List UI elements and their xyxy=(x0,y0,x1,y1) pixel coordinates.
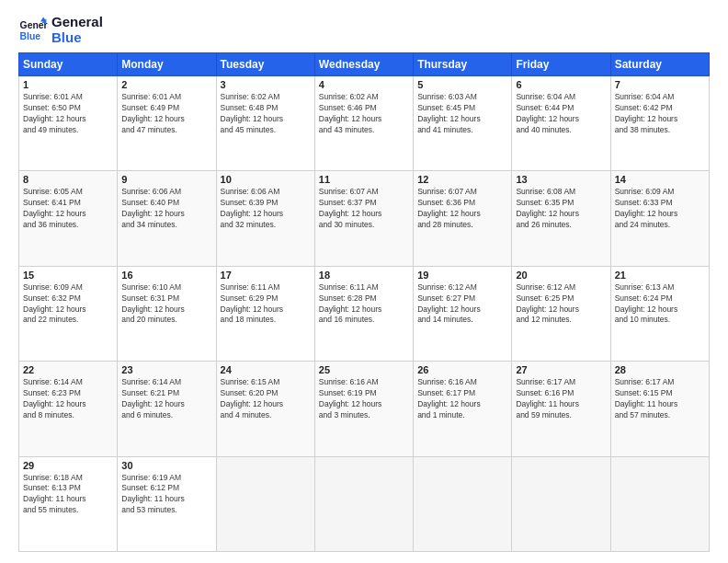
week-row-5: 29Sunrise: 6:18 AMSunset: 6:13 PMDayligh… xyxy=(19,456,710,551)
day-number: 4 xyxy=(319,79,409,90)
day-info: Sunrise: 6:08 AMSunset: 6:35 PMDaylight:… xyxy=(516,187,606,231)
calendar-cell: 2Sunrise: 6:01 AMSunset: 6:49 PMDaylight… xyxy=(118,76,216,171)
calendar-cell: 29Sunrise: 6:18 AMSunset: 6:13 PMDayligh… xyxy=(19,456,118,551)
day-info: Sunrise: 6:12 AMSunset: 6:25 PMDaylight:… xyxy=(516,282,606,327)
day-info: Sunrise: 6:04 AMSunset: 6:44 PMDaylight:… xyxy=(516,92,606,136)
day-info: Sunrise: 6:19 AMSunset: 6:12 PMDaylight:… xyxy=(121,473,211,517)
day-info: Sunrise: 6:15 AMSunset: 6:20 PMDaylight:… xyxy=(221,377,311,421)
calendar-cell: 12Sunrise: 6:07 AMSunset: 6:36 PMDayligh… xyxy=(414,171,512,266)
day-info: Sunrise: 6:01 AMSunset: 6:50 PMDaylight:… xyxy=(23,92,113,136)
calendar-cell: 9Sunrise: 6:06 AMSunset: 6:40 PMDaylight… xyxy=(118,171,216,266)
day-number: 13 xyxy=(516,174,606,185)
day-number: 1 xyxy=(23,79,113,90)
day-number: 28 xyxy=(615,364,705,375)
day-info: Sunrise: 6:11 AMSunset: 6:29 PMDaylight:… xyxy=(221,282,311,327)
calendar-cell: 11Sunrise: 6:07 AMSunset: 6:37 PMDayligh… xyxy=(314,171,413,266)
weekday-header-tuesday: Tuesday xyxy=(216,53,314,76)
calendar-cell: 30Sunrise: 6:19 AMSunset: 6:12 PMDayligh… xyxy=(118,456,216,551)
calendar-cell: 28Sunrise: 6:17 AMSunset: 6:15 PMDayligh… xyxy=(610,362,709,456)
weekday-header-row: SundayMondayTuesdayWednesdayThursdayFrid… xyxy=(19,53,710,76)
calendar-cell xyxy=(610,456,709,551)
calendar-cell: 17Sunrise: 6:11 AMSunset: 6:29 PMDayligh… xyxy=(216,266,314,361)
week-row-1: 1Sunrise: 6:01 AMSunset: 6:50 PMDaylight… xyxy=(19,76,710,171)
calendar-cell: 27Sunrise: 6:17 AMSunset: 6:16 PMDayligh… xyxy=(512,362,610,456)
calendar-cell: 23Sunrise: 6:14 AMSunset: 6:21 PMDayligh… xyxy=(118,362,216,456)
day-number: 26 xyxy=(417,364,507,375)
day-info: Sunrise: 6:14 AMSunset: 6:21 PMDaylight:… xyxy=(121,377,211,421)
week-row-2: 8Sunrise: 6:05 AMSunset: 6:41 PMDaylight… xyxy=(19,171,710,266)
day-number: 21 xyxy=(615,270,705,281)
calendar-cell: 26Sunrise: 6:16 AMSunset: 6:17 PMDayligh… xyxy=(414,362,512,456)
day-number: 8 xyxy=(23,174,113,185)
weekday-header-wednesday: Wednesday xyxy=(314,53,413,76)
week-row-4: 22Sunrise: 6:14 AMSunset: 6:23 PMDayligh… xyxy=(19,362,710,456)
day-info: Sunrise: 6:02 AMSunset: 6:48 PMDaylight:… xyxy=(221,92,311,136)
calendar-cell xyxy=(512,456,610,551)
calendar-cell: 4Sunrise: 6:02 AMSunset: 6:46 PMDaylight… xyxy=(314,76,413,171)
logo-text: General xyxy=(51,15,103,30)
calendar-cell: 6Sunrise: 6:04 AMSunset: 6:44 PMDaylight… xyxy=(512,76,610,171)
day-info: Sunrise: 6:13 AMSunset: 6:24 PMDaylight:… xyxy=(615,282,705,327)
day-number: 6 xyxy=(516,79,606,90)
day-number: 11 xyxy=(319,174,409,185)
day-info: Sunrise: 6:12 AMSunset: 6:27 PMDaylight:… xyxy=(417,282,507,327)
day-number: 25 xyxy=(319,364,409,375)
day-number: 20 xyxy=(516,270,606,281)
logo-blue: Blue xyxy=(51,30,103,46)
calendar-cell xyxy=(414,456,512,551)
day-info: Sunrise: 6:01 AMSunset: 6:49 PMDaylight:… xyxy=(121,92,211,136)
page: General Blue General Blue SundayMondayTu… xyxy=(0,0,728,563)
calendar-cell: 25Sunrise: 6:16 AMSunset: 6:19 PMDayligh… xyxy=(314,362,413,456)
calendar-cell: 14Sunrise: 6:09 AMSunset: 6:33 PMDayligh… xyxy=(610,171,709,266)
day-info: Sunrise: 6:09 AMSunset: 6:32 PMDaylight:… xyxy=(23,282,113,327)
day-number: 10 xyxy=(221,174,311,185)
day-info: Sunrise: 6:07 AMSunset: 6:37 PMDaylight:… xyxy=(319,187,409,231)
day-number: 17 xyxy=(221,270,311,281)
day-number: 18 xyxy=(319,270,409,281)
day-number: 19 xyxy=(417,270,507,281)
weekday-header-friday: Friday xyxy=(512,53,610,76)
day-number: 27 xyxy=(516,364,606,375)
day-number: 16 xyxy=(121,270,211,281)
day-info: Sunrise: 6:09 AMSunset: 6:33 PMDaylight:… xyxy=(615,187,705,231)
logo-icon: General Blue xyxy=(18,16,48,45)
calendar-cell: 7Sunrise: 6:04 AMSunset: 6:42 PMDaylight… xyxy=(610,76,709,171)
day-info: Sunrise: 6:17 AMSunset: 6:15 PMDaylight:… xyxy=(615,377,705,421)
week-row-3: 15Sunrise: 6:09 AMSunset: 6:32 PMDayligh… xyxy=(19,266,710,361)
day-number: 24 xyxy=(221,364,311,375)
day-number: 5 xyxy=(417,79,507,90)
day-number: 12 xyxy=(417,174,507,185)
calendar-cell: 21Sunrise: 6:13 AMSunset: 6:24 PMDayligh… xyxy=(610,266,709,361)
calendar-cell: 15Sunrise: 6:09 AMSunset: 6:32 PMDayligh… xyxy=(19,266,118,361)
weekday-header-saturday: Saturday xyxy=(610,53,709,76)
day-number: 7 xyxy=(615,79,705,90)
day-info: Sunrise: 6:07 AMSunset: 6:36 PMDaylight:… xyxy=(417,187,507,231)
calendar-cell: 13Sunrise: 6:08 AMSunset: 6:35 PMDayligh… xyxy=(512,171,610,266)
day-info: Sunrise: 6:14 AMSunset: 6:23 PMDaylight:… xyxy=(23,377,113,421)
calendar-cell: 20Sunrise: 6:12 AMSunset: 6:25 PMDayligh… xyxy=(512,266,610,361)
header: General Blue General Blue xyxy=(18,15,710,45)
calendar-cell: 5Sunrise: 6:03 AMSunset: 6:45 PMDaylight… xyxy=(414,76,512,171)
day-info: Sunrise: 6:10 AMSunset: 6:31 PMDaylight:… xyxy=(121,282,211,327)
day-info: Sunrise: 6:11 AMSunset: 6:28 PMDaylight:… xyxy=(319,282,409,327)
day-info: Sunrise: 6:06 AMSunset: 6:39 PMDaylight:… xyxy=(221,187,311,231)
day-info: Sunrise: 6:18 AMSunset: 6:13 PMDaylight:… xyxy=(23,473,113,517)
day-info: Sunrise: 6:16 AMSunset: 6:17 PMDaylight:… xyxy=(417,377,507,421)
logo: General Blue General Blue xyxy=(18,15,103,45)
calendar-cell: 3Sunrise: 6:02 AMSunset: 6:48 PMDaylight… xyxy=(216,76,314,171)
day-number: 2 xyxy=(121,79,211,90)
day-info: Sunrise: 6:02 AMSunset: 6:46 PMDaylight:… xyxy=(319,92,409,136)
day-number: 14 xyxy=(615,174,705,185)
day-info: Sunrise: 6:04 AMSunset: 6:42 PMDaylight:… xyxy=(615,92,705,136)
weekday-header-sunday: Sunday xyxy=(19,53,118,76)
day-number: 3 xyxy=(221,79,311,90)
calendar-cell: 8Sunrise: 6:05 AMSunset: 6:41 PMDaylight… xyxy=(19,171,118,266)
calendar-cell: 19Sunrise: 6:12 AMSunset: 6:27 PMDayligh… xyxy=(414,266,512,361)
day-info: Sunrise: 6:05 AMSunset: 6:41 PMDaylight:… xyxy=(23,187,113,231)
day-info: Sunrise: 6:16 AMSunset: 6:19 PMDaylight:… xyxy=(319,377,409,421)
calendar-cell xyxy=(314,456,413,551)
weekday-header-monday: Monday xyxy=(118,53,216,76)
calendar-cell xyxy=(216,456,314,551)
calendar-cell: 18Sunrise: 6:11 AMSunset: 6:28 PMDayligh… xyxy=(314,266,413,361)
day-info: Sunrise: 6:06 AMSunset: 6:40 PMDaylight:… xyxy=(121,187,211,231)
